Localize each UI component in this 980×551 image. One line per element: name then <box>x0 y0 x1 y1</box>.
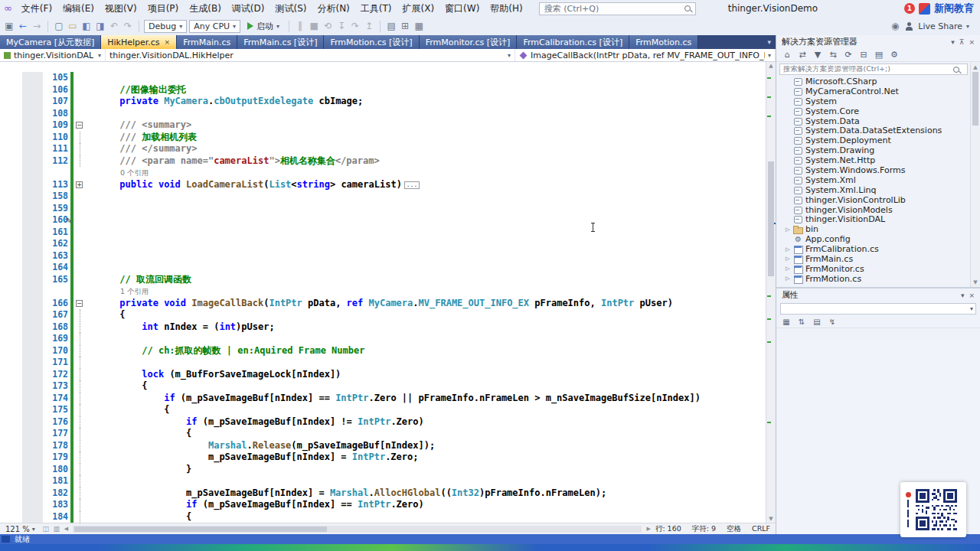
breakpoint-margin[interactable] <box>22 499 43 511</box>
menu-item[interactable]: 调试(D) <box>227 1 270 17</box>
breakpoint-margin[interactable] <box>22 404 43 416</box>
tree-item[interactable]: System.Data <box>776 116 970 126</box>
events-icon[interactable]: ↯ <box>828 315 837 329</box>
new-file-icon[interactable]: ▢ <box>53 19 65 33</box>
code-text[interactable]: /// <summary> <box>87 119 766 132</box>
code-text[interactable]: public void LoadCameraList(List<string> … <box>87 179 766 191</box>
window-position-icon[interactable]: ▾ <box>951 38 955 46</box>
scrollbar-thumb[interactable] <box>972 72 978 126</box>
code-text[interactable]: m_pSaveImageBuf[nIndex] = Marshal.AllocH… <box>87 487 766 500</box>
code-line[interactable]: 108 <box>0 108 766 120</box>
properties-icon[interactable]: ▤ <box>812 315 822 329</box>
folding-margin[interactable] <box>74 511 87 523</box>
breakpoint-margin[interactable] <box>22 464 43 476</box>
platform-dropdown[interactable]: Any CPU ▾ <box>189 20 240 33</box>
glyph-margin[interactable] <box>0 132 22 144</box>
folding-margin[interactable] <box>74 274 87 286</box>
word-wrap-icon[interactable]: ▥ <box>52 524 61 534</box>
code-text[interactable]: lock (m_BufForSaveImageLock[nIndex]) <box>87 369 766 381</box>
breakpoint-margin[interactable] <box>22 119 43 132</box>
start-debugging-button[interactable]: 启动 ▾ <box>243 21 284 32</box>
code-line[interactable]: 106 //图像输出委托 <box>0 84 766 96</box>
breakpoint-margin[interactable] <box>22 214 43 227</box>
menu-item[interactable]: 编辑(E) <box>57 1 100 17</box>
folding-margin[interactable] <box>74 167 87 179</box>
codelens-references[interactable]: 0 个引用 <box>87 167 766 179</box>
collapse-region-icon[interactable]: − <box>76 122 83 129</box>
home-icon[interactable]: ⌂ <box>782 48 792 62</box>
tab[interactable]: FrmMonitor.cs [设计] <box>420 35 518 49</box>
tab[interactable]: MyCamera [从元数据] <box>0 35 101 49</box>
glyph-margin[interactable] <box>0 72 22 84</box>
code-line[interactable]: 175 { <box>0 404 766 416</box>
glyph-margin[interactable] <box>0 227 22 239</box>
editor-vertical-scrollbar[interactable]: ▲ ▼ <box>766 62 776 523</box>
categorized-icon[interactable]: ▦ <box>782 315 791 329</box>
tree-item[interactable]: Microsoft.CSharp <box>776 77 970 86</box>
sync-with-active-document-icon[interactable]: ⇆ <box>828 48 838 62</box>
folding-margin[interactable] <box>74 440 87 452</box>
code-line[interactable]: 177 { <box>0 428 766 440</box>
code-line[interactable]: 113+ public void LoadCameraList(List<str… <box>0 179 766 191</box>
code-line[interactable]: 182 m_pSaveImageBuf[nIndex] = Marshal.Al… <box>0 487 766 500</box>
tree-item[interactable]: thinger.VisitionDAL <box>776 214 970 224</box>
code-line[interactable]: 172 lock (m_BufForSaveImageLock[nIndex]) <box>0 369 766 381</box>
folding-margin[interactable] <box>74 262 87 274</box>
code-line[interactable]: 162 <box>0 238 766 250</box>
code-line[interactable]: 165 // 取流回调函数 <box>0 274 766 286</box>
expander-icon[interactable]: ▷ <box>786 256 793 262</box>
codelens-references[interactable]: 1 个引用 <box>87 285 766 298</box>
project-dropdown[interactable]: thinger.VisitionDAL ▾ <box>0 49 106 61</box>
glyph-margin[interactable] <box>0 487 22 500</box>
menu-item[interactable]: 项目(P) <box>142 1 185 17</box>
code-line[interactable]: 112 /// <param name="cameraList">相机名称集合<… <box>0 155 766 168</box>
code-text[interactable]: // ch:抓取的帧数 | en:Aquired Frame Number <box>87 345 766 357</box>
code-line[interactable]: 183 if (m_pSaveImageBuf[nIndex] == IntPt… <box>0 499 766 511</box>
glyph-margin[interactable] <box>0 369 22 381</box>
tab-list-dropdown-icon[interactable]: ▾ <box>767 35 776 49</box>
folding-margin[interactable] <box>74 227 87 239</box>
breakpoint-margin[interactable] <box>22 143 43 155</box>
code-text[interactable]: /// <param name="cameraList">相机名称集合</par… <box>87 155 766 168</box>
glyph-margin[interactable] <box>0 84 22 96</box>
alphabetical-icon[interactable]: ⇅ <box>797 315 806 329</box>
breakpoint-margin[interactable] <box>22 475 43 487</box>
code-text[interactable]: if (m_pSaveImageBuf[nIndex] == IntPtr.Ze… <box>87 393 766 405</box>
code-text[interactable] <box>87 250 766 262</box>
glyph-margin[interactable] <box>0 274 22 286</box>
show-all-files-icon[interactable]: ▤ <box>874 48 884 62</box>
folding-margin[interactable] <box>74 132 87 144</box>
code-text[interactable]: Marshal.Release(m_pSaveImageBuf[nIndex])… <box>87 440 766 452</box>
folding-margin[interactable] <box>74 96 87 108</box>
glyph-margin[interactable] <box>0 416 22 429</box>
code-text[interactable]: private MyCamera.cbOutputExdelegate cbIm… <box>87 96 766 108</box>
tree-item[interactable]: ▷FrmMotion.cs <box>776 274 970 284</box>
glyph-margin[interactable] <box>0 238 22 250</box>
breakpoint-margin[interactable] <box>22 487 43 500</box>
breakpoint-margin[interactable] <box>22 309 43 321</box>
debug-configuration-dropdown[interactable]: Debug ▾ <box>144 20 187 33</box>
breakpoint-margin[interactable] <box>22 96 43 108</box>
folding-margin[interactable] <box>74 321 87 334</box>
breakpoint-margin[interactable] <box>22 452 43 464</box>
scroll-up-icon[interactable]: ▲ <box>971 64 980 70</box>
tree-item[interactable]: System <box>776 96 970 106</box>
close-icon[interactable]: × <box>969 38 975 46</box>
code-line[interactable]: 169 <box>0 333 766 345</box>
code-text[interactable] <box>87 357 766 369</box>
quick-search-box[interactable]: 搜索 (Ctrl+Q) <box>539 2 696 15</box>
tab[interactable]: FrmMain.cs <box>177 35 237 49</box>
glyph-margin[interactable] <box>0 167 22 179</box>
code-text[interactable] <box>87 108 766 120</box>
folding-margin[interactable] <box>74 191 87 203</box>
glyph-margin[interactable] <box>0 345 22 357</box>
code-line[interactable]: 161 <box>0 227 766 239</box>
folding-margin[interactable] <box>74 143 87 155</box>
window-position-icon[interactable]: ▾ <box>961 292 965 299</box>
glyph-margin[interactable] <box>0 179 22 191</box>
switch-views-icon[interactable]: ⇄ <box>798 48 807 62</box>
code-text[interactable]: //图像输出委托 <box>87 84 766 96</box>
object-selector-dropdown[interactable]: ▾ <box>780 303 976 315</box>
folding-margin[interactable] <box>74 72 87 84</box>
code-line[interactable]: 163 <box>0 250 766 262</box>
